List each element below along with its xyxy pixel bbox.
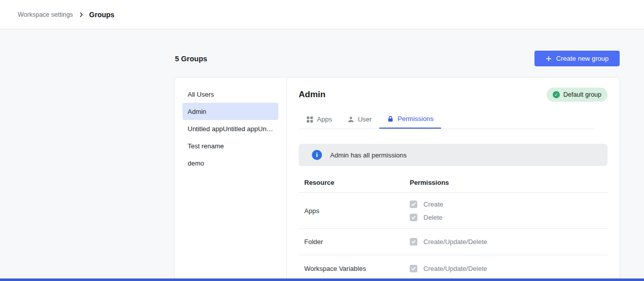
info-banner: i Admin has all permissions: [299, 144, 607, 166]
checkbox-wsvar-cud-checked[interactable]: [410, 265, 417, 272]
permission-line-create: Create: [410, 200, 607, 208]
checkbox-folder-cud-checked[interactable]: [410, 238, 417, 246]
info-banner-text: Admin has all permissions: [330, 151, 407, 159]
permission-line-delete: Delete: [410, 214, 607, 221]
top-bar: Workspace settings Groups: [0, 0, 644, 29]
breadcrumb-workspace-settings[interactable]: Workspace settings: [18, 11, 73, 18]
groups-count: 5 Groups: [175, 55, 207, 63]
create-new-group-label: Create new group: [556, 55, 609, 62]
user-icon: [347, 116, 354, 123]
table-row-workspace-variables: Workspace Variables Create/Update/Delete: [299, 255, 607, 281]
group-title: Admin: [299, 90, 326, 100]
permissions-table: Resource Permissions Apps Create: [299, 173, 607, 281]
apps-grid-icon: [306, 116, 313, 123]
tab-user[interactable]: User: [340, 110, 379, 129]
permissions-cell: Create/Update/Delete: [410, 229, 607, 255]
tab-bar: Apps User Permissions: [299, 110, 594, 129]
permission-line-folder-cud: Create/Update/Delete: [410, 238, 607, 246]
permission-label: Create: [423, 200, 443, 208]
permissions-cell: Create/Update/Delete: [410, 255, 607, 281]
group-detail-panel: Admin ✓ Default group Apps Use: [288, 77, 620, 281]
checkbox-delete-checked[interactable]: [410, 214, 417, 221]
permission-label: Delete: [423, 214, 443, 221]
info-icon: i: [312, 150, 322, 160]
groups-card: All Users Admin Untitled appUntitled app…: [174, 77, 620, 281]
group-item-test-rename[interactable]: Test rename: [183, 137, 278, 154]
chevron-right-icon: [78, 12, 84, 18]
tab-user-label: User: [358, 115, 372, 123]
plus-icon: [546, 56, 552, 62]
tab-permissions-label: Permissions: [398, 115, 434, 123]
tab-apps[interactable]: Apps: [299, 110, 340, 129]
table-row-apps: Apps Create Delete: [299, 193, 607, 229]
group-item-all-users[interactable]: All Users: [183, 86, 278, 103]
permissions-cell: Create Delete: [410, 193, 607, 228]
group-item-demo[interactable]: demo: [183, 154, 278, 172]
check-circle-icon: ✓: [553, 91, 560, 98]
page: Workspace settings Groups 5 Groups Creat…: [0, 0, 644, 281]
permission-label: Create/Update/Delete: [423, 265, 487, 272]
tab-permissions[interactable]: Permissions: [379, 110, 441, 129]
group-item-admin[interactable]: Admin: [183, 103, 278, 120]
column-header-resource: Resource: [299, 179, 410, 186]
checkbox-create-checked[interactable]: [410, 200, 417, 208]
permission-label: Create/Update/Delete: [423, 238, 487, 246]
group-item-untitled-app[interactable]: Untitled appUntitled appUntitle…: [183, 120, 278, 137]
column-header-permissions: Permissions: [410, 179, 449, 186]
permission-line-wsvar-cud: Create/Update/Delete: [410, 265, 607, 272]
tab-apps-label: Apps: [317, 115, 332, 123]
default-group-badge: ✓ Default group: [547, 88, 607, 102]
lock-icon: [387, 115, 394, 123]
table-row-folder: Folder Create/Update/Delete: [299, 229, 607, 255]
group-title-row: Admin ✓ Default group: [299, 88, 607, 102]
bottom-bar-edge: [0, 278, 644, 281]
resource-label: Folder: [299, 229, 410, 255]
breadcrumb-current-groups: Groups: [89, 11, 115, 19]
default-group-badge-label: Default group: [563, 91, 601, 98]
resource-label: Apps: [299, 193, 410, 228]
permissions-table-header: Resource Permissions: [299, 173, 607, 193]
group-list: All Users Admin Untitled appUntitled app…: [174, 77, 287, 281]
create-new-group-button[interactable]: Create new group: [534, 51, 620, 66]
resource-label: Workspace Variables: [299, 255, 410, 281]
